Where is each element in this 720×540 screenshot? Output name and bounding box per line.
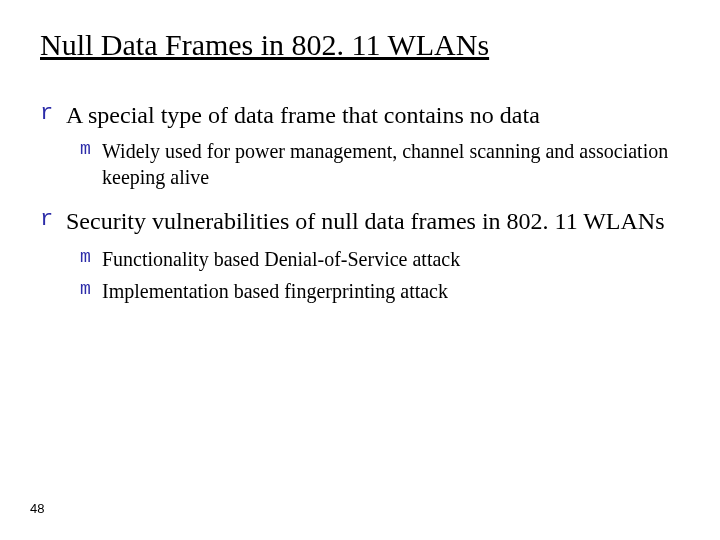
bullet-marker: m xyxy=(80,278,102,301)
bullet-text: A special type of data frame that contai… xyxy=(66,100,540,130)
page-number: 48 xyxy=(30,501,44,516)
bullet-marker: r xyxy=(40,100,66,128)
list-item: r Security vulnerabilities of null data … xyxy=(40,206,680,236)
bullet-text: Functionality based Denial-of-Service at… xyxy=(102,246,460,272)
bullet-marker: r xyxy=(40,206,66,234)
bullet-text: Security vulnerabilities of null data fr… xyxy=(66,206,665,236)
list-item: r A special type of data frame that cont… xyxy=(40,100,680,130)
slide-title: Null Data Frames in 802. 11 WLANs xyxy=(40,28,680,62)
list-subitem: m Widely used for power management, chan… xyxy=(80,138,680,190)
bullet-marker: m xyxy=(80,138,102,161)
bullet-text: Widely used for power management, channe… xyxy=(102,138,680,190)
bullet-text: Implementation based fingerprinting atta… xyxy=(102,278,448,304)
bullet-marker: m xyxy=(80,246,102,269)
list-subitem: m Functionality based Denial-of-Service … xyxy=(80,246,680,272)
list-subitem: m Implementation based fingerprinting at… xyxy=(80,278,680,304)
